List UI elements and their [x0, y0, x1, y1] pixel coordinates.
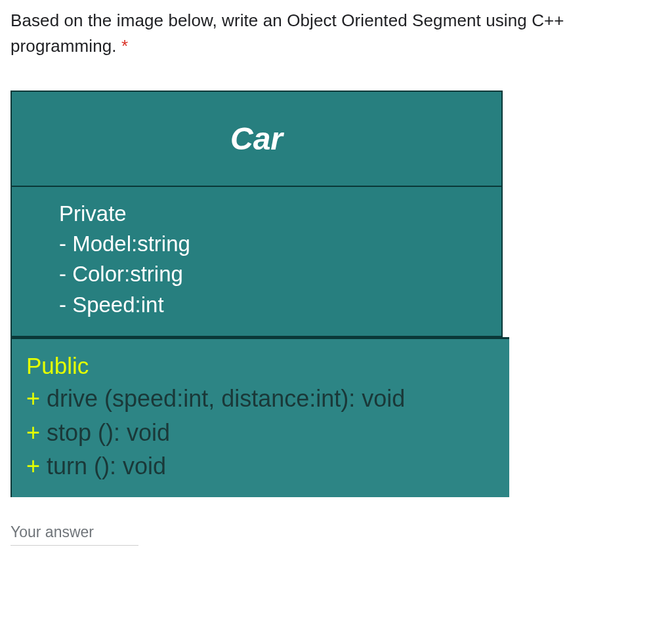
uml-attribute-speed: - Speed:int [59, 290, 488, 320]
required-asterisk-icon: * [121, 36, 128, 56]
uml-method-turn: + turn (): void [26, 449, 503, 483]
plus-icon: + [26, 453, 40, 479]
plus-icon: + [26, 385, 40, 412]
uml-attribute-model: - Model:string [59, 229, 488, 259]
question-text: Based on the image below, write an Objec… [10, 10, 564, 56]
answer-field-row [10, 521, 138, 546]
uml-method-drive: + drive (speed:int, distance:int): void [26, 382, 503, 415]
uml-public-label: Public [26, 350, 503, 382]
uml-method-turn-signature: turn (): void [40, 453, 166, 479]
uml-attribute-color: - Color:string [59, 259, 488, 289]
uml-class-diagram: Car Private - Model:string - Color:strin… [10, 91, 503, 497]
uml-title-compartment: Car [10, 91, 503, 186]
uml-method-stop: + stop (): void [26, 416, 503, 449]
uml-public-compartment: Public + drive (speed:int, distance:int)… [10, 337, 509, 497]
uml-private-compartment: Private - Model:string - Color:string - … [10, 186, 503, 337]
uml-method-stop-signature: stop (): void [40, 419, 170, 446]
plus-icon: + [26, 419, 40, 446]
uml-method-drive-signature: drive (speed:int, distance:int): void [40, 385, 405, 412]
uml-private-label: Private [59, 199, 488, 229]
uml-class-name: Car [230, 121, 283, 157]
answer-input[interactable] [10, 521, 138, 546]
question-prompt: Based on the image below, write an Objec… [10, 8, 662, 59]
